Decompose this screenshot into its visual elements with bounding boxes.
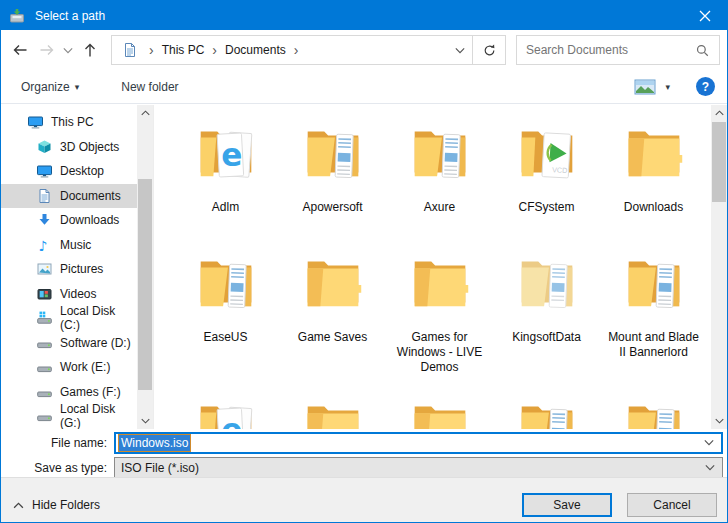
breadcrumb-this-pc[interactable]: This PC: [161, 43, 206, 57]
change-view-button[interactable]: ▾: [634, 79, 670, 95]
folder-item-adlm[interactable]: Adlm: [172, 116, 279, 246]
recent-locations-button[interactable]: [59, 37, 77, 63]
save-dialog-window: Select a path: [0, 0, 728, 523]
folder-item-game-saves[interactable]: Game Saves: [279, 246, 386, 391]
sidebar-item-downloads[interactable]: Downloads: [1, 208, 137, 233]
folder-item-partial[interactable]: [279, 391, 386, 429]
folder-item-cfsystem[interactable]: CFSystem: [493, 116, 600, 246]
folder-label: Games for Windows - LIVE Demos: [390, 330, 490, 375]
scroll-down-button[interactable]: [137, 413, 153, 429]
folder-icon: [403, 116, 477, 190]
new-folder-button[interactable]: New folder: [113, 75, 186, 99]
address-dropdown-button[interactable]: [448, 43, 472, 57]
folder-icon: [403, 246, 477, 320]
folder-icon: [189, 246, 263, 320]
chevron-down-icon: [455, 47, 465, 54]
folder-item-apowersoft[interactable]: Apowersoft: [279, 116, 386, 246]
sidebar-scrollbar[interactable]: [137, 105, 153, 429]
folder-icon: [189, 116, 263, 190]
command-toolbar: Organize ▾ New folder ▾ ?: [1, 70, 727, 104]
breadcrumb-separator: ›: [287, 42, 306, 58]
scrollbar-thumb[interactable]: [712, 122, 726, 202]
sidebar-item-videos[interactable]: Videos: [1, 282, 137, 307]
forward-button[interactable]: [33, 37, 59, 63]
folder-item-partial[interactable]: [600, 391, 707, 429]
folder-label: Game Saves: [298, 330, 367, 345]
sidebar-item-work-e[interactable]: Work (E:): [1, 355, 137, 380]
desktop-icon: [36, 163, 53, 179]
caret-down-icon: ▾: [75, 82, 80, 92]
sidebar-item-3d-objects[interactable]: 3D Objects: [1, 135, 137, 160]
search-box[interactable]: [516, 35, 720, 65]
folder-item-partial[interactable]: [172, 391, 279, 429]
folder-item-downloads[interactable]: Downloads: [600, 116, 707, 246]
organize-button[interactable]: Organize ▾: [13, 75, 87, 99]
sidebar-item-games-f[interactable]: Games (F:): [1, 380, 137, 405]
folder-label: Downloads: [624, 200, 683, 215]
file-name-dropdown-button[interactable]: [704, 439, 714, 446]
cancel-button[interactable]: Cancel: [627, 493, 717, 517]
navigation-bar: › This PC › Documents ›: [1, 30, 727, 70]
cancel-button-label: Cancel: [653, 498, 690, 512]
sidebar-item-desktop[interactable]: Desktop: [1, 159, 137, 184]
search-input[interactable]: [526, 43, 695, 57]
downloads-icon: [36, 212, 53, 228]
folder-label: EaseUS: [203, 330, 247, 345]
file-list-scrollbar[interactable]: [711, 105, 727, 429]
sidebar-item-software-d[interactable]: Software (D:): [1, 331, 137, 356]
folder-icon: [403, 391, 477, 429]
scroll-up-button[interactable]: [711, 105, 727, 121]
sidebar-item-pictures[interactable]: Pictures: [1, 257, 137, 282]
sidebar-item-local-disk-g[interactable]: Local Disk (G:): [1, 404, 137, 429]
up-button[interactable]: [77, 37, 103, 63]
help-button[interactable]: ?: [696, 77, 715, 96]
hide-folders-button[interactable]: Hide Folders: [13, 498, 100, 512]
drive-icon: [36, 359, 53, 375]
folder-label: Adlm: [212, 200, 239, 215]
this-pc-icon: [27, 114, 44, 130]
address-bar[interactable]: › This PC › Documents ›: [111, 35, 473, 65]
folder-item-axure[interactable]: Axure: [386, 116, 493, 246]
sidebar-label: 3D Objects: [60, 140, 119, 154]
new-folder-label: New folder: [121, 80, 178, 94]
file-name-input[interactable]: Windows.iso: [114, 432, 723, 454]
folder-item-mount-and-blade[interactable]: Mount and Blade II Bannerlord: [600, 246, 707, 391]
music-icon: ♪: [36, 237, 53, 253]
scrollbar-thumb[interactable]: [138, 179, 152, 390]
save-fields: File name: Windows.iso Save as type: ISO…: [1, 429, 727, 479]
folder-icon: [296, 391, 370, 429]
videos-icon: [36, 286, 53, 302]
save-dialog-icon: [9, 8, 25, 24]
sidebar-item-this-pc[interactable]: This PC: [1, 110, 137, 135]
scroll-up-button[interactable]: [137, 105, 153, 121]
window-title: Select a path: [35, 9, 105, 23]
save-as-type-dropdown-button[interactable]: [705, 464, 715, 471]
breadcrumb-documents[interactable]: Documents: [224, 43, 287, 57]
sidebar-item-local-disk-c[interactable]: Local Disk (C:): [1, 306, 137, 331]
scroll-down-button[interactable]: [711, 413, 727, 429]
folder-item-easeus[interactable]: EaseUS: [172, 246, 279, 391]
folder-item-kingsoftdata[interactable]: KingsoftData: [493, 246, 600, 391]
sidebar-label: Music: [60, 238, 91, 252]
chevron-down-icon: [715, 418, 724, 424]
close-button[interactable]: [682, 1, 727, 30]
save-as-type-select[interactable]: ISO File (*.iso): [114, 457, 723, 479]
file-list-area: Adlm Apowersoft Axure CFSystem Downloads: [153, 105, 727, 429]
titlebar[interactable]: Select a path: [1, 1, 727, 30]
folder-item-games-for-windows[interactable]: Games for Windows - LIVE Demos: [386, 246, 493, 391]
save-as-type-value: ISO File (*.iso): [121, 461, 199, 475]
folder-item-partial[interactable]: [386, 391, 493, 429]
folder-item-partial[interactable]: [493, 391, 600, 429]
folder-icon: [189, 391, 263, 429]
navigation-pane: This PC 3D Objects Desktop Documents Dow…: [1, 105, 153, 429]
save-button[interactable]: Save: [522, 493, 612, 517]
sidebar-label: Pictures: [60, 262, 103, 276]
back-button[interactable]: [7, 37, 33, 63]
up-arrow-icon: [82, 42, 98, 59]
search-icon[interactable]: [695, 43, 710, 58]
refresh-icon: [482, 43, 497, 58]
sidebar-item-music[interactable]: ♪ Music: [1, 233, 137, 258]
breadcrumb-separator: ›: [205, 42, 224, 58]
refresh-button[interactable]: [473, 35, 506, 65]
sidebar-item-documents[interactable]: Documents: [1, 184, 137, 209]
